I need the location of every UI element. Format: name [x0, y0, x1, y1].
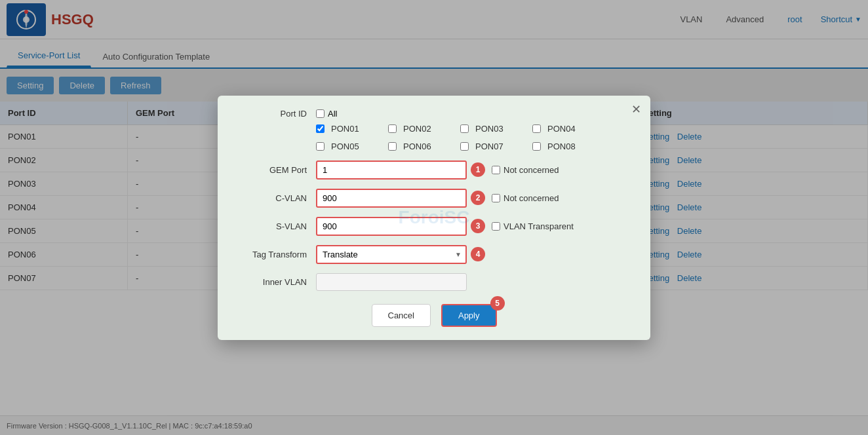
pon04-checkbox[interactable]: [532, 124, 541, 133]
tag-transform-select[interactable]: Translate Transparent Add Remove: [316, 245, 467, 264]
pon02-checkbox[interactable]: [388, 124, 397, 133]
all-label: All: [328, 109, 337, 119]
c-vlan-not-concerned-label: Not concerned: [503, 193, 559, 203]
c-vlan-row: C-VLAN 2 Not concerned: [237, 189, 631, 208]
gem-port-input[interactable]: [316, 161, 467, 180]
pon08-checkbox[interactable]: [532, 142, 541, 151]
c-vlan-not-concerned-checkbox[interactable]: [492, 194, 500, 202]
pon05-label: PON05: [331, 142, 359, 151]
gem-port-not-concerned: Not concerned: [492, 165, 559, 175]
pon05-checkbox[interactable]: [316, 142, 325, 151]
step-1-badge: 1: [471, 162, 485, 177]
modal-overlay: ✕ ForoiSC Port ID All PON01: [0, 0, 868, 435]
pon01-checkbox[interactable]: [316, 124, 325, 133]
port-id-label: Port ID: [237, 109, 316, 119]
tag-transform-select-wrapper: Translate Transparent Add Remove: [316, 245, 467, 264]
port-pon02: PON02: [388, 124, 460, 134]
s-vlan-label: S-VLAN: [237, 221, 316, 231]
pon04-label: PON04: [547, 124, 576, 134]
s-vlan-input[interactable]: [316, 217, 467, 236]
pon02-label: PON02: [403, 124, 431, 134]
inner-vlan-row: Inner VLAN: [237, 273, 631, 291]
all-check-row: All: [316, 109, 337, 119]
step-3-badge: 3: [471, 219, 485, 233]
gem-port-label: GEM Port: [237, 165, 316, 175]
tag-transform-row: Tag Transform Translate Transparent Add …: [237, 245, 631, 264]
c-vlan-label: C-VLAN: [237, 193, 316, 203]
port-pon03: PON03: [460, 124, 532, 134]
pon08-label: PON08: [547, 142, 576, 151]
inner-vlan-label: Inner VLAN: [237, 277, 316, 287]
port-pon06: PON06: [388, 142, 460, 151]
step-2-badge: 2: [471, 191, 485, 205]
port-pon01: PON01: [316, 124, 388, 134]
port-pon08: PON08: [532, 142, 604, 151]
pon06-label: PON06: [403, 142, 431, 151]
port-id-row: Port ID All: [237, 109, 631, 119]
port-pon07: PON07: [460, 142, 532, 151]
step-4-badge: 4: [471, 247, 485, 261]
vlan-transparent-label: VLAN Transparent: [503, 221, 574, 231]
pon01-label: PON01: [331, 124, 359, 134]
port-pon05: PON05: [316, 142, 388, 151]
pon07-checkbox[interactable]: [460, 142, 469, 151]
c-vlan-input[interactable]: [316, 189, 467, 208]
c-vlan-not-concerned: Not concerned: [492, 193, 559, 203]
gem-port-row: GEM Port 1 Not concerned: [237, 161, 631, 180]
pon07-label: PON07: [475, 142, 503, 151]
gem-not-concerned-label: Not concerned: [503, 165, 559, 175]
apply-button[interactable]: Apply: [441, 304, 497, 327]
pon06-checkbox[interactable]: [388, 142, 397, 151]
s-vlan-row: S-VLAN 3 VLAN Transparent: [237, 217, 631, 236]
modal-footer: Cancel Apply 5: [237, 304, 631, 327]
inner-vlan-input[interactable]: [316, 273, 467, 291]
all-checkbox[interactable]: [316, 109, 325, 118]
pon03-label: PON03: [475, 124, 503, 134]
modal-dialog: ✕ ForoiSC Port ID All PON01: [218, 96, 650, 340]
port-pon04: PON04: [532, 124, 604, 134]
close-button[interactable]: ✕: [631, 102, 641, 117]
s-vlan-transparent: VLAN Transparent: [492, 221, 574, 231]
cancel-button[interactable]: Cancel: [372, 304, 431, 327]
tag-transform-label: Tag Transform: [237, 250, 316, 259]
port-checkboxes: PON01 PON02 PON03 PON04: [316, 124, 631, 151]
gem-not-concerned-checkbox[interactable]: [492, 166, 500, 174]
port-id-section: Port ID All PON01 PON02: [237, 109, 631, 151]
vlan-transparent-checkbox[interactable]: [492, 222, 500, 231]
step-5-badge: 5: [490, 296, 505, 311]
pon03-checkbox[interactable]: [460, 124, 469, 133]
